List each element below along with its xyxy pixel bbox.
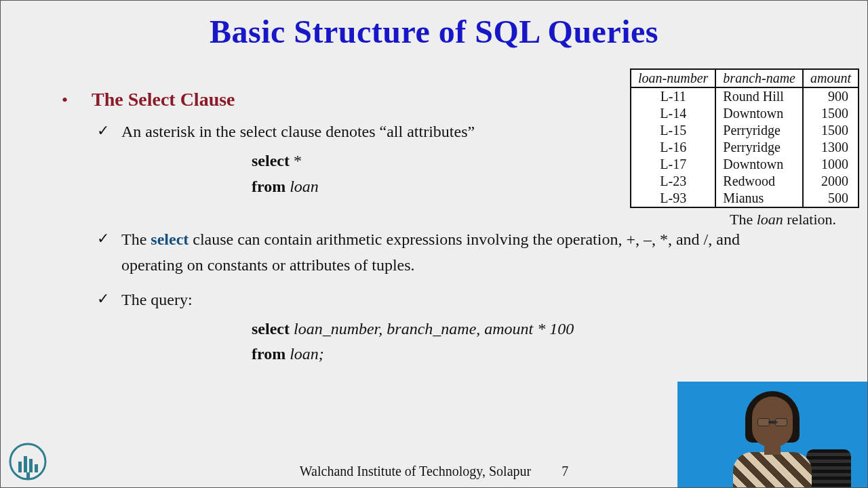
cell: L-11 (631, 87, 715, 105)
text: relation. (783, 211, 836, 228)
cell: 1300 (803, 139, 858, 156)
loan-table: loan-number branch-name amount L-11 Roun… (630, 68, 859, 208)
cell: Downtown (715, 105, 803, 122)
text: The (730, 211, 757, 228)
cell: L-16 (631, 139, 715, 156)
cell: L-17 (631, 156, 715, 173)
cell: L-23 (631, 173, 715, 190)
point-3-text: The query: (121, 287, 786, 312)
cell: Perryridge (715, 139, 803, 156)
code-text: loan; (285, 345, 324, 363)
text: clause can contain arithmetic expression… (121, 230, 740, 274)
table-row: L-93 Mianus 500 (631, 190, 858, 207)
point-3: ✓ The query: (97, 287, 814, 312)
point-2: ✓ The select clause can contain arithmet… (97, 226, 814, 279)
cell: Perryridge (715, 122, 803, 139)
keyword: from (252, 345, 285, 363)
code-block-2: select loan_number, branch_name, amount … (252, 317, 814, 367)
bullet-icon: • (62, 92, 92, 109)
chair-shape (806, 449, 851, 487)
slide: Basic Structure of SQL Queries • The Sel… (0, 0, 868, 488)
table-row: L-17 Downtown 1000 (631, 156, 858, 173)
cell: 500 (803, 190, 858, 207)
cell: 1000 (803, 156, 858, 173)
svg-rect-2 (24, 456, 27, 472)
th-branch-name: branch-name (715, 70, 803, 87)
keyword-select: select (151, 230, 189, 248)
svg-rect-4 (35, 464, 38, 472)
svg-rect-3 (29, 459, 33, 472)
table-header-row: loan-number branch-name amount (631, 70, 858, 87)
table-row: L-15 Perryridge 1500 (631, 122, 858, 139)
person-shoulders (733, 452, 812, 487)
table-row: L-16 Perryridge 1300 (631, 139, 858, 156)
svg-rect-1 (18, 462, 22, 472)
th-loan-number: loan-number (631, 70, 715, 87)
footer-org: Walchand Institute of Technology, Solapu… (300, 464, 531, 479)
th-amount: amount (803, 70, 858, 87)
cell: L-93 (631, 190, 715, 207)
institute-logo-icon (6, 441, 50, 482)
code-text: loan (285, 178, 319, 195)
glasses-icon (757, 418, 787, 426)
code-text: * (290, 152, 302, 169)
keyword: from (252, 178, 285, 195)
text: loan (757, 211, 783, 228)
code-line: from loan; (252, 342, 814, 367)
check-icon: ✓ (97, 226, 121, 250)
svg-rect-5 (26, 472, 30, 479)
table-row: L-23 Redwood 2000 (631, 173, 858, 190)
text: The (121, 230, 151, 248)
table-row: L-11 Round Hill 900 (631, 87, 858, 105)
presenter-video-overlay (677, 382, 867, 487)
cell: 1500 (803, 122, 858, 139)
keyword: select (252, 320, 290, 338)
point-2-text: The select clause can contain arithmetic… (121, 226, 786, 279)
cell: 900 (803, 87, 858, 105)
check-icon: ✓ (97, 287, 121, 310)
table-row: L-14 Downtown 1500 (631, 105, 858, 122)
keyword: select (252, 152, 290, 169)
cell: L-15 (631, 122, 715, 139)
code-text: loan_number, branch_name, amount * 100 (290, 320, 574, 338)
cell: Round Hill (715, 87, 803, 105)
table-caption: The loan relation. (730, 211, 836, 228)
cell: 1500 (803, 105, 858, 122)
slide-title: Basic Structure of SQL Queries (1, 13, 867, 50)
cell: 2000 (803, 173, 858, 190)
footer-page-number: 7 (561, 464, 568, 479)
cell: Downtown (715, 156, 803, 173)
section-heading: The Select Clause (92, 89, 235, 110)
check-icon: ✓ (97, 119, 121, 142)
cell: Redwood (715, 173, 803, 190)
table: loan-number branch-name amount L-11 Roun… (631, 70, 858, 207)
cell: L-14 (631, 105, 715, 122)
cell: Mianus (715, 190, 803, 207)
code-line: select loan_number, branch_name, amount … (252, 317, 814, 342)
